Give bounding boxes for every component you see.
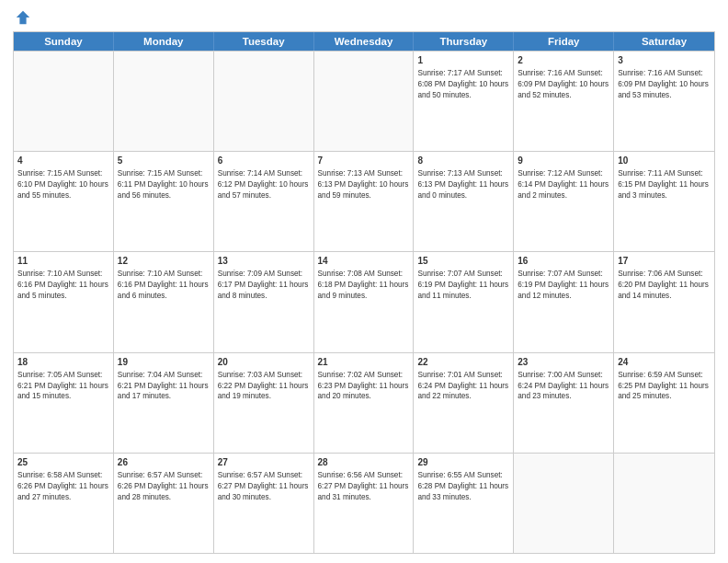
calendar-day-4: 4Sunrise: 7:15 AM Sunset: 6:10 PM Daylig… [14, 152, 114, 251]
day-number: 3 [618, 54, 711, 67]
calendar-week-4: 18Sunrise: 7:05 AM Sunset: 6:21 PM Dayli… [14, 352, 714, 453]
calendar-day-15: 15Sunrise: 7:07 AM Sunset: 6:19 PM Dayli… [414, 252, 514, 351]
calendar-day-16: 16Sunrise: 7:07 AM Sunset: 6:19 PM Dayli… [514, 252, 614, 351]
day-info: Sunrise: 6:58 AM Sunset: 6:26 PM Dayligh… [17, 470, 109, 503]
calendar-week-3: 11Sunrise: 7:10 AM Sunset: 6:16 PM Dayli… [14, 251, 714, 351]
day-info: Sunrise: 7:16 AM Sunset: 6:09 PM Dayligh… [518, 68, 609, 101]
calendar-day-6: 6Sunrise: 7:14 AM Sunset: 6:12 PM Daylig… [214, 152, 314, 251]
day-number: 5 [118, 155, 210, 167]
day-number: 14 [318, 255, 410, 268]
calendar-week-2: 4Sunrise: 7:15 AM Sunset: 6:10 PM Daylig… [14, 151, 714, 251]
day-number: 2 [518, 54, 609, 67]
day-info: Sunrise: 7:15 AM Sunset: 6:10 PM Dayligh… [17, 168, 109, 201]
calendar-day-8: 8Sunrise: 7:13 AM Sunset: 6:13 PM Daylig… [414, 152, 514, 251]
calendar-day-18: 18Sunrise: 7:05 AM Sunset: 6:21 PM Dayli… [14, 353, 114, 453]
day-info: Sunrise: 6:57 AM Sunset: 6:26 PM Dayligh… [118, 470, 210, 503]
day-number: 24 [618, 356, 711, 369]
day-info: Sunrise: 6:55 AM Sunset: 6:28 PM Dayligh… [417, 470, 509, 503]
calendar-week-1: 1Sunrise: 7:17 AM Sunset: 6:08 PM Daylig… [14, 51, 714, 151]
day-number: 27 [218, 456, 310, 469]
day-info: Sunrise: 7:10 AM Sunset: 6:16 PM Dayligh… [17, 269, 109, 302]
day-number: 15 [417, 255, 509, 268]
calendar-day-empty [214, 52, 314, 151]
day-number: 6 [218, 155, 310, 167]
calendar: SundayMondayTuesdayWednesdayThursdayFrid… [13, 31, 715, 554]
calendar-day-22: 22Sunrise: 7:01 AM Sunset: 6:24 PM Dayli… [414, 353, 514, 453]
calendar-body: 1Sunrise: 7:17 AM Sunset: 6:08 PM Daylig… [14, 51, 714, 553]
svg-marker-0 [17, 11, 29, 24]
calendar-day-5: 5Sunrise: 7:15 AM Sunset: 6:11 PM Daylig… [114, 152, 214, 251]
day-number: 17 [618, 255, 711, 268]
calendar-day-14: 14Sunrise: 7:08 AM Sunset: 6:18 PM Dayli… [314, 252, 415, 351]
calendar-day-2: 2Sunrise: 7:16 AM Sunset: 6:09 PM Daylig… [514, 52, 614, 151]
calendar-day-26: 26Sunrise: 6:57 AM Sunset: 6:26 PM Dayli… [114, 454, 214, 553]
day-info: Sunrise: 7:09 AM Sunset: 6:17 PM Dayligh… [218, 269, 310, 302]
calendar-day-empty [614, 454, 714, 553]
calendar-day-9: 9Sunrise: 7:12 AM Sunset: 6:14 PM Daylig… [514, 152, 614, 251]
day-number: 20 [218, 356, 310, 369]
day-number: 23 [518, 356, 609, 369]
day-header-sunday: Sunday [14, 32, 114, 51]
calendar-day-10: 10Sunrise: 7:11 AM Sunset: 6:15 PM Dayli… [614, 152, 714, 251]
calendar-day-21: 21Sunrise: 7:02 AM Sunset: 6:23 PM Dayli… [314, 353, 415, 453]
calendar-day-12: 12Sunrise: 7:10 AM Sunset: 6:16 PM Dayli… [114, 252, 214, 351]
day-info: Sunrise: 6:57 AM Sunset: 6:27 PM Dayligh… [218, 470, 310, 503]
day-info: Sunrise: 7:07 AM Sunset: 6:19 PM Dayligh… [417, 269, 509, 302]
calendar-day-28: 28Sunrise: 6:56 AM Sunset: 6:27 PM Dayli… [314, 454, 415, 553]
day-info: Sunrise: 6:59 AM Sunset: 6:25 PM Dayligh… [618, 370, 711, 403]
day-number: 13 [218, 255, 310, 268]
calendar-day-23: 23Sunrise: 7:00 AM Sunset: 6:24 PM Dayli… [514, 353, 614, 453]
calendar-day-13: 13Sunrise: 7:09 AM Sunset: 6:17 PM Dayli… [214, 252, 314, 351]
day-number: 21 [318, 356, 410, 369]
calendar-day-11: 11Sunrise: 7:10 AM Sunset: 6:16 PM Dayli… [14, 252, 114, 351]
calendar-day-3: 3Sunrise: 7:16 AM Sunset: 6:09 PM Daylig… [614, 52, 714, 151]
day-info: Sunrise: 7:15 AM Sunset: 6:11 PM Dayligh… [118, 168, 210, 201]
day-header-tuesday: Tuesday [214, 32, 314, 51]
day-info: Sunrise: 7:03 AM Sunset: 6:22 PM Dayligh… [218, 370, 310, 403]
day-number: 29 [417, 456, 509, 469]
calendar-day-7: 7Sunrise: 7:13 AM Sunset: 6:13 PM Daylig… [314, 152, 415, 251]
logo-icon [15, 9, 31, 26]
day-number: 19 [118, 356, 210, 369]
day-info: Sunrise: 6:56 AM Sunset: 6:27 PM Dayligh… [318, 470, 410, 503]
day-header-saturday: Saturday [614, 32, 714, 51]
day-info: Sunrise: 7:05 AM Sunset: 6:21 PM Dayligh… [17, 370, 109, 403]
day-info: Sunrise: 7:13 AM Sunset: 6:13 PM Dayligh… [417, 168, 509, 201]
day-number: 12 [118, 255, 210, 268]
day-info: Sunrise: 7:13 AM Sunset: 6:13 PM Dayligh… [318, 168, 410, 201]
day-number: 7 [318, 155, 410, 167]
calendar-day-empty [314, 52, 415, 151]
calendar-day-empty [514, 454, 614, 553]
calendar-day-29: 29Sunrise: 6:55 AM Sunset: 6:28 PM Dayli… [414, 454, 514, 553]
day-number: 22 [417, 356, 509, 369]
day-number: 16 [518, 255, 609, 268]
calendar-day-25: 25Sunrise: 6:58 AM Sunset: 6:26 PM Dayli… [14, 454, 114, 553]
day-info: Sunrise: 7:12 AM Sunset: 6:14 PM Dayligh… [518, 168, 609, 201]
day-number: 25 [17, 456, 109, 469]
day-number: 11 [17, 255, 109, 268]
day-info: Sunrise: 7:02 AM Sunset: 6:23 PM Dayligh… [318, 370, 410, 403]
day-info: Sunrise: 7:00 AM Sunset: 6:24 PM Dayligh… [518, 370, 609, 403]
calendar-day-24: 24Sunrise: 6:59 AM Sunset: 6:25 PM Dayli… [614, 353, 714, 453]
day-info: Sunrise: 7:07 AM Sunset: 6:19 PM Dayligh… [518, 269, 609, 302]
day-number: 10 [618, 155, 711, 167]
day-info: Sunrise: 7:04 AM Sunset: 6:21 PM Dayligh… [118, 370, 210, 403]
page-header [13, 9, 715, 26]
day-info: Sunrise: 7:08 AM Sunset: 6:18 PM Dayligh… [318, 269, 410, 302]
day-number: 28 [318, 456, 410, 469]
logo [13, 9, 31, 26]
calendar-day-17: 17Sunrise: 7:06 AM Sunset: 6:20 PM Dayli… [614, 252, 714, 351]
day-number: 1 [417, 54, 509, 67]
day-number: 18 [17, 356, 109, 369]
day-info: Sunrise: 7:06 AM Sunset: 6:20 PM Dayligh… [618, 269, 711, 302]
day-header-wednesday: Wednesday [314, 32, 415, 51]
day-header-monday: Monday [114, 32, 214, 51]
day-number: 26 [118, 456, 210, 469]
day-number: 9 [518, 155, 609, 167]
day-header-thursday: Thursday [414, 32, 514, 51]
day-number: 8 [417, 155, 509, 167]
calendar-header: SundayMondayTuesdayWednesdayThursdayFrid… [14, 32, 714, 51]
day-info: Sunrise: 7:11 AM Sunset: 6:15 PM Dayligh… [618, 168, 711, 201]
day-info: Sunrise: 7:10 AM Sunset: 6:16 PM Dayligh… [118, 269, 210, 302]
calendar-day-19: 19Sunrise: 7:04 AM Sunset: 6:21 PM Dayli… [114, 353, 214, 453]
